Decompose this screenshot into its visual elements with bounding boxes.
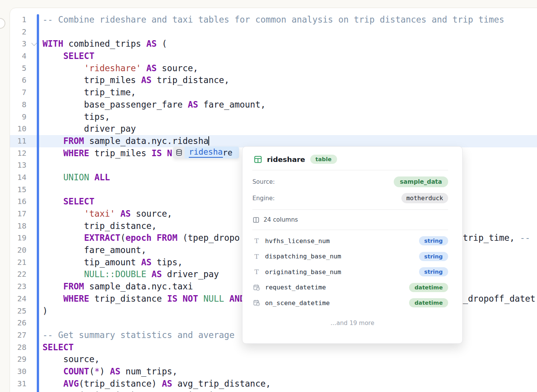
code-token: [43, 51, 63, 61]
code-token: [43, 148, 63, 158]
gutter-spacer: [26, 147, 43, 160]
code-token: source,: [43, 354, 100, 364]
code-line[interactable]: 31 AVG(trip_distance) AS avg_trip_distan…: [10, 378, 537, 390]
gutter-spacer: [26, 74, 43, 87]
code-line[interactable]: 4 SELECT: [10, 50, 537, 62]
code-token: AS: [162, 379, 172, 389]
fold-chevron-icon[interactable]: [31, 41, 37, 46]
code-line[interactable]: 5 'rideshare' AS source,: [10, 62, 537, 75]
code-line[interactable]: 32 AVG(trip_time) AS avg_trip_time,: [10, 390, 537, 392]
column-row: Thvfhs_license_numstring: [242, 233, 462, 249]
code-line[interactable]: 8 base_passenger_fare AS fare_amount,: [10, 99, 537, 111]
code-token: [43, 269, 84, 279]
code-line[interactable]: 9 tips,: [10, 111, 537, 123]
line-number: 12: [10, 147, 26, 160]
code-token: (: [157, 39, 167, 49]
code-text: SELECT: [43, 341, 74, 354]
line-number: 21: [10, 256, 26, 269]
code-token: AS: [151, 269, 162, 279]
line-number: 1: [10, 14, 26, 26]
code-token: [151, 233, 157, 243]
code-token: AS: [141, 390, 151, 392]
code-token: base_passenger_fare: [43, 100, 188, 109]
code-text: tip_amount AS tips,: [43, 256, 183, 269]
column-type-badge: string: [419, 236, 448, 245]
code-token: p_dropoff_datet: [458, 294, 535, 304]
more-columns-label: …and 19 more: [242, 314, 462, 332]
gutter-spacer: [26, 172, 43, 184]
code-token: -- Combine rideshare and taxi tables for…: [43, 15, 504, 24]
code-text: AVG(trip_distance) AS avg_trip_distance,: [43, 378, 271, 390]
code-token: tips,: [43, 112, 110, 122]
code-token: SELECT: [63, 51, 94, 61]
code-token: trip_time,: [43, 87, 136, 97]
calendar-clock-icon: [253, 284, 260, 291]
property-value-badge: sample_data: [394, 176, 448, 187]
line-number: 3: [10, 38, 26, 50]
column-row: Tdispatching_base_numstring: [242, 249, 462, 265]
code-token: UNION: [63, 172, 89, 182]
line-number: 8: [10, 99, 26, 111]
property-row: Engine:motherduck: [242, 190, 462, 206]
line-number: 22: [10, 268, 26, 281]
gutter-spacer: [26, 390, 43, 392]
popup-header: rideshare table: [242, 147, 462, 170]
code-token: [43, 136, 63, 146]
code-token: driver_pay: [43, 124, 136, 134]
code-token: -- Get summary statistics and average: [43, 330, 240, 340]
column-name: originating_base_num: [265, 268, 341, 276]
code-line[interactable]: 10 driver_pay: [10, 123, 537, 135]
line-number: 32: [10, 390, 26, 392]
autocomplete-item-rideshare[interactable]: rideshare: [173, 147, 239, 158]
table-info-popup: rideshare table Source:sample_dataEngine…: [242, 146, 463, 344]
code-token: SELECT: [63, 196, 94, 206]
code-token: (trip_distance): [79, 379, 162, 389]
code-token: AS: [141, 257, 151, 267]
column-name: hvfhs_license_num: [265, 237, 330, 245]
code-token: [198, 294, 203, 304]
line-number: 13: [10, 159, 26, 172]
code-token: source,: [157, 63, 198, 73]
column-row: on_scene_datetimedatetime: [242, 295, 462, 311]
column-type-badge: datetime: [409, 283, 448, 292]
code-text: WHERE trip_miles IS N: [43, 147, 172, 160]
code-line[interactable]: 29 source,: [10, 353, 537, 366]
code-text: COUNT(*) AS num_trips,: [43, 366, 177, 378]
gutter-spacer: [26, 208, 43, 220]
line-number: 24: [10, 293, 26, 305]
code-token: [43, 379, 63, 389]
code-line[interactable]: 2: [10, 26, 537, 38]
code-line[interactable]: 11 FROM sample_data.nyc.ridesha: [10, 135, 537, 147]
code-token: FROM: [157, 233, 177, 243]
code-line[interactable]: 1-- Combine rideshare and taxi tables fo…: [10, 14, 537, 26]
code-token: fare_amount,: [198, 100, 265, 109]
code-line[interactable]: 7 trip_time,: [10, 87, 537, 99]
gutter-spacer: [26, 196, 43, 208]
line-number: 4: [10, 50, 26, 62]
code-text: fare_amount,: [43, 244, 146, 256]
line-number: 9: [10, 111, 26, 123]
table-type-badge: table: [310, 155, 337, 164]
edge-circle-decoration: [0, 18, 5, 29]
column-type-badge: datetime: [409, 298, 448, 307]
gutter-spacer: [26, 268, 43, 281]
gutter-spacer: [26, 14, 43, 26]
code-token: *: [94, 366, 100, 376]
gutter-spacer: [26, 135, 43, 147]
code-line[interactable]: 3WITH combined_trips AS (: [10, 38, 537, 50]
code-token: COUNT: [63, 366, 89, 376]
code-token: avg_trip_distance,: [172, 379, 271, 389]
line-number: 11: [10, 135, 26, 147]
code-token: AS: [120, 209, 131, 219]
line-number: 20: [10, 244, 26, 256]
code-line[interactable]: 30 COUNT(*) AS num_trips,: [10, 366, 537, 378]
code-token: 'taxi': [84, 209, 115, 219]
column-row: request_datetimedatetime: [242, 280, 462, 296]
property-row: Source:sample_data: [242, 173, 462, 190]
code-token: [43, 172, 63, 182]
property-label: Engine:: [252, 195, 275, 202]
code-token: FROM: [63, 281, 84, 291]
code-token: [43, 63, 84, 73]
code-line[interactable]: 6 trip_miles AS trip_distance,: [10, 74, 537, 87]
code-token: AS: [146, 63, 157, 73]
